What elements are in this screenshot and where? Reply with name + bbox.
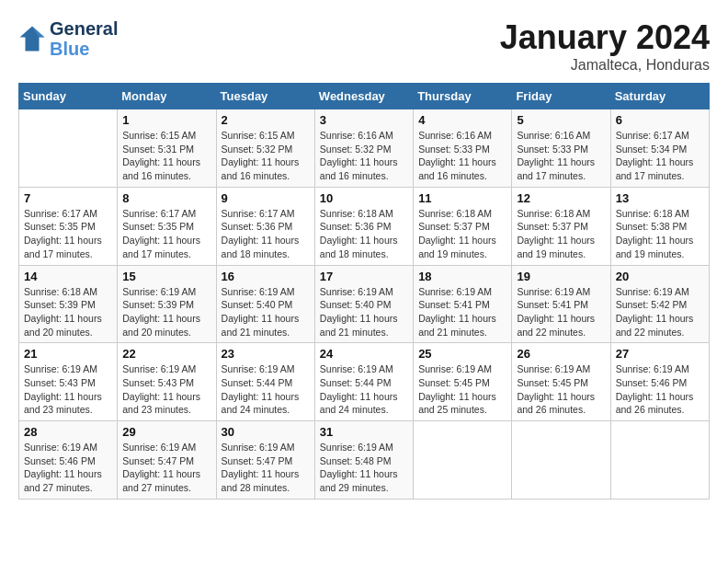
column-header-tuesday: Tuesday (216, 84, 314, 109)
calendar-cell (414, 421, 512, 500)
column-header-saturday: Saturday (610, 84, 709, 109)
day-info: Sunrise: 6:19 AMSunset: 5:39 PMDaylight:… (122, 285, 210, 339)
column-header-wednesday: Wednesday (314, 84, 413, 109)
calendar-cell (610, 421, 709, 500)
calendar-cell: 19Sunrise: 6:19 AMSunset: 5:41 PMDayligh… (512, 265, 610, 343)
day-number: 19 (517, 270, 605, 283)
calendar-cell: 27Sunrise: 6:19 AMSunset: 5:46 PMDayligh… (610, 343, 709, 421)
calendar-cell: 1Sunrise: 6:15 AMSunset: 5:31 PMDaylight… (118, 109, 216, 188)
column-header-sunday: Sunday (19, 84, 118, 109)
day-number: 7 (24, 191, 112, 205)
calendar-cell: 8Sunrise: 6:17 AMSunset: 5:35 PMDaylight… (118, 187, 216, 265)
calendar-cell (19, 109, 118, 188)
day-info: Sunrise: 6:19 AMSunset: 5:47 PMDaylight:… (122, 441, 210, 495)
calendar-cell: 10Sunrise: 6:18 AMSunset: 5:36 PMDayligh… (314, 187, 413, 265)
column-header-monday: Monday (118, 84, 216, 109)
day-number: 2 (222, 113, 310, 127)
day-info: Sunrise: 6:19 AMSunset: 5:43 PMDaylight:… (122, 362, 210, 417)
day-number: 26 (517, 347, 605, 361)
calendar-cell: 3Sunrise: 6:16 AMSunset: 5:32 PMDaylight… (314, 109, 413, 188)
day-info: Sunrise: 6:19 AMSunset: 5:44 PMDaylight:… (320, 362, 408, 417)
calendar-cell: 24Sunrise: 6:19 AMSunset: 5:44 PMDayligh… (314, 343, 413, 421)
calendar-cell: 26Sunrise: 6:19 AMSunset: 5:45 PMDayligh… (512, 343, 610, 421)
calendar-cell: 9Sunrise: 6:17 AMSunset: 5:36 PMDaylight… (216, 187, 314, 265)
day-info: Sunrise: 6:19 AMSunset: 5:41 PMDaylight:… (517, 285, 605, 339)
day-number: 15 (122, 270, 210, 283)
calendar-cell: 21Sunrise: 6:19 AMSunset: 5:43 PMDayligh… (19, 343, 118, 421)
day-info: Sunrise: 6:18 AMSunset: 5:37 PMDaylight:… (418, 207, 506, 261)
day-info: Sunrise: 6:16 AMSunset: 5:33 PMDaylight:… (517, 129, 605, 183)
calendar-cell (512, 421, 610, 500)
day-info: Sunrise: 6:17 AMSunset: 5:34 PMDaylight:… (616, 129, 704, 183)
day-info: Sunrise: 6:19 AMSunset: 5:45 PMDaylight:… (517, 362, 605, 417)
calendar-cell: 7Sunrise: 6:17 AMSunset: 5:35 PMDaylight… (19, 187, 118, 265)
calendar-cell: 11Sunrise: 6:18 AMSunset: 5:37 PMDayligh… (414, 187, 512, 265)
calendar-cell: 5Sunrise: 6:16 AMSunset: 5:33 PMDaylight… (512, 109, 610, 188)
day-number: 1 (122, 113, 210, 127)
day-number: 8 (122, 191, 210, 205)
day-number: 17 (320, 270, 408, 283)
calendar-body: 1Sunrise: 6:15 AMSunset: 5:31 PMDaylight… (19, 109, 710, 500)
day-info: Sunrise: 6:19 AMSunset: 5:42 PMDaylight:… (616, 285, 704, 339)
week-row-2: 7Sunrise: 6:17 AMSunset: 5:35 PMDaylight… (19, 187, 710, 265)
day-number: 30 (222, 425, 310, 439)
day-number: 20 (616, 270, 704, 283)
calendar-header-row: SundayMondayTuesdayWednesdayThursdayFrid… (19, 84, 710, 109)
day-info: Sunrise: 6:16 AMSunset: 5:33 PMDaylight:… (418, 129, 506, 183)
calendar-cell: 12Sunrise: 6:18 AMSunset: 5:37 PMDayligh… (512, 187, 610, 265)
column-header-thursday: Thursday (414, 84, 512, 109)
day-number: 23 (222, 347, 310, 361)
calendar-cell: 31Sunrise: 6:19 AMSunset: 5:48 PMDayligh… (314, 421, 413, 500)
calendar-cell: 28Sunrise: 6:19 AMSunset: 5:46 PMDayligh… (19, 421, 118, 500)
day-number: 24 (320, 347, 408, 361)
calendar-cell: 23Sunrise: 6:19 AMSunset: 5:44 PMDayligh… (216, 343, 314, 421)
title-block: January 2024 Jamalteca, Honduras (500, 18, 710, 74)
calendar-cell: 2Sunrise: 6:15 AMSunset: 5:32 PMDaylight… (216, 109, 314, 188)
day-info: Sunrise: 6:15 AMSunset: 5:31 PMDaylight:… (122, 129, 210, 183)
calendar-cell: 15Sunrise: 6:19 AMSunset: 5:39 PMDayligh… (118, 265, 216, 343)
day-number: 27 (616, 347, 704, 361)
page-header: General Blue January 2024 Jamalteca, Hon… (18, 18, 710, 74)
day-info: Sunrise: 6:15 AMSunset: 5:32 PMDaylight:… (222, 129, 310, 183)
day-number: 4 (418, 113, 506, 127)
day-info: Sunrise: 6:19 AMSunset: 5:48 PMDaylight:… (320, 441, 408, 495)
calendar-cell: 6Sunrise: 6:17 AMSunset: 5:34 PMDaylight… (610, 109, 709, 188)
logo-icon (18, 25, 46, 52)
week-row-5: 28Sunrise: 6:19 AMSunset: 5:46 PMDayligh… (19, 421, 710, 500)
day-number: 21 (24, 347, 112, 361)
day-number: 16 (222, 270, 310, 283)
day-info: Sunrise: 6:19 AMSunset: 5:46 PMDaylight:… (616, 362, 704, 417)
day-info: Sunrise: 6:19 AMSunset: 5:45 PMDaylight:… (418, 362, 506, 417)
week-row-1: 1Sunrise: 6:15 AMSunset: 5:31 PMDaylight… (19, 109, 710, 188)
day-info: Sunrise: 6:17 AMSunset: 5:35 PMDaylight:… (24, 207, 112, 261)
day-info: Sunrise: 6:17 AMSunset: 5:36 PMDaylight:… (222, 207, 310, 261)
day-info: Sunrise: 6:19 AMSunset: 5:40 PMDaylight:… (222, 285, 310, 339)
day-info: Sunrise: 6:18 AMSunset: 5:36 PMDaylight:… (320, 207, 408, 261)
logo: General Blue (18, 18, 118, 59)
day-info: Sunrise: 6:19 AMSunset: 5:47 PMDaylight:… (222, 441, 310, 495)
day-info: Sunrise: 6:18 AMSunset: 5:38 PMDaylight:… (616, 207, 704, 261)
day-info: Sunrise: 6:19 AMSunset: 5:43 PMDaylight:… (24, 362, 112, 417)
calendar-cell: 4Sunrise: 6:16 AMSunset: 5:33 PMDaylight… (414, 109, 512, 188)
calendar-cell: 30Sunrise: 6:19 AMSunset: 5:47 PMDayligh… (216, 421, 314, 500)
day-info: Sunrise: 6:17 AMSunset: 5:35 PMDaylight:… (122, 207, 210, 261)
day-number: 3 (320, 113, 408, 127)
calendar-cell: 29Sunrise: 6:19 AMSunset: 5:47 PMDayligh… (118, 421, 216, 500)
calendar-cell: 22Sunrise: 6:19 AMSunset: 5:43 PMDayligh… (118, 343, 216, 421)
day-info: Sunrise: 6:16 AMSunset: 5:32 PMDaylight:… (320, 129, 408, 183)
day-number: 13 (616, 191, 704, 205)
day-info: Sunrise: 6:18 AMSunset: 5:39 PMDaylight:… (24, 285, 112, 339)
calendar-cell: 20Sunrise: 6:19 AMSunset: 5:42 PMDayligh… (610, 265, 709, 343)
day-number: 14 (24, 270, 112, 283)
column-header-friday: Friday (512, 84, 610, 109)
calendar-cell: 13Sunrise: 6:18 AMSunset: 5:38 PMDayligh… (610, 187, 709, 265)
calendar-cell: 17Sunrise: 6:19 AMSunset: 5:40 PMDayligh… (314, 265, 413, 343)
day-number: 28 (24, 425, 112, 439)
day-info: Sunrise: 6:19 AMSunset: 5:41 PMDaylight:… (418, 285, 506, 339)
day-info: Sunrise: 6:19 AMSunset: 5:40 PMDaylight:… (320, 285, 408, 339)
day-number: 10 (320, 191, 408, 205)
day-number: 6 (616, 113, 704, 127)
calendar-cell: 14Sunrise: 6:18 AMSunset: 5:39 PMDayligh… (19, 265, 118, 343)
day-number: 25 (418, 347, 506, 361)
calendar-cell: 25Sunrise: 6:19 AMSunset: 5:45 PMDayligh… (414, 343, 512, 421)
